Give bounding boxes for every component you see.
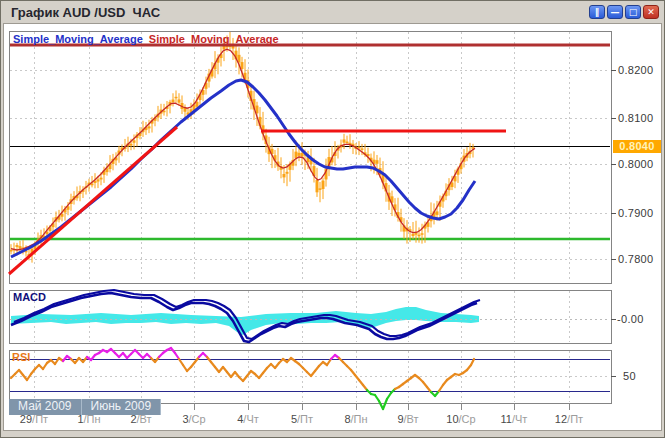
tab-june-2009[interactable]: Июнь 2009 xyxy=(82,399,162,415)
tab-may-2009[interactable]: Май 2009 xyxy=(9,399,82,415)
current-price-badge: 0.8040 xyxy=(613,140,661,153)
price-axis-label: 0.7800 xyxy=(618,253,664,265)
chart-canvas[interactable] xyxy=(1,1,665,438)
month-tabs: Май 2009 Июнь 2009 xyxy=(9,399,161,415)
x-axis-label: 9/Вт xyxy=(380,413,436,425)
rsi-axis-label: 50 xyxy=(623,370,636,382)
chart-window: График AUD /USD ЧАС ‖ — □ ✕ Simple_Movin… xyxy=(0,0,665,438)
macd-panel-label: MACD xyxy=(13,291,46,303)
x-axis-label: 4/Чт xyxy=(220,413,276,425)
x-axis-label: 5/Пт xyxy=(274,413,330,425)
x-axis-label: 3/Ср xyxy=(166,413,222,425)
sma-blue-legend-label: Simple_Moving_Average xyxy=(13,33,143,45)
x-axis-label: 12/Пт xyxy=(541,413,597,425)
price-axis-label: 0.8000 xyxy=(618,158,664,170)
price-axis-label: 0.7900 xyxy=(618,207,664,219)
price-axis-label: 0.8100 xyxy=(618,112,664,124)
sma-red-legend-label: Simple_Moving_Average xyxy=(149,33,279,45)
rsi-panel-label: RSI xyxy=(12,351,30,363)
x-axis-label: 8/Пн xyxy=(328,413,384,425)
x-axis-label: 10/Ср xyxy=(433,413,489,425)
x-axis-label: 11/Чт xyxy=(486,413,542,425)
price-axis-label: 0.8200 xyxy=(618,64,664,76)
macd-axis-label: -0.00 xyxy=(617,313,644,325)
date-axis: 29/Пт1/Пн2/Вт3/Ср4/Чт5/Пт8/Пн9/Вт10/Ср11… xyxy=(1,413,665,427)
indicator-legend: Simple_Moving_Average Simple_Moving_Aver… xyxy=(13,33,279,45)
